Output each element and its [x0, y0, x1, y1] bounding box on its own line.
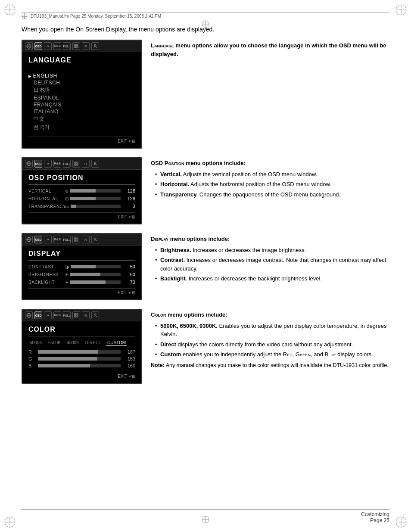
- r-label: R: [28, 349, 35, 355]
- b-slider-row: B 160: [28, 363, 135, 368]
- toolbar-r-icon: R: [82, 42, 90, 50]
- transparency-bar: [71, 205, 121, 208]
- color-exit: EXIT ↵⊞: [28, 372, 135, 379]
- tb2-sun: ☀: [44, 160, 52, 168]
- lang-item-francais: FRANÇAIS: [28, 101, 135, 108]
- brightness-bar: [70, 273, 121, 276]
- brightness-value: 60: [123, 272, 135, 277]
- brightness-icon: ✻: [65, 272, 68, 277]
- brightness-fill: [70, 273, 100, 276]
- color-note: Note: Any manual changes you make to the…: [151, 361, 389, 370]
- bullet-transparency: Transparency. Changes the opaqueness of …: [154, 190, 389, 199]
- display-title: DISPLAY: [28, 250, 135, 261]
- language-heading: Language menu options allow you to choos…: [151, 41, 389, 58]
- bullet-custom: Custom enables you to independently adju…: [154, 350, 389, 359]
- display-body: DISPLAY CONTRAST ◑ 50: [22, 246, 141, 299]
- tb3-r: R: [82, 236, 90, 243]
- tab-custom: CUSTOM: [106, 340, 127, 346]
- transparency-slider-row: TRANSPARENCY ▭ 3: [28, 204, 135, 209]
- lang-item-korean: 한국어: [28, 123, 135, 131]
- b-label: B: [28, 363, 35, 368]
- bullet-direct: Direct displays the colors directly from…: [154, 340, 389, 349]
- osd-position-exit: EXIT ↵⊞: [28, 212, 135, 219]
- display-heading: Display menu options include:: [151, 235, 389, 243]
- lang-item-espanol: ESPAÑOL: [28, 94, 135, 101]
- svg-rect-26: [75, 162, 76, 163]
- bottom-center-mark: [201, 515, 210, 525]
- svg-point-30: [94, 162, 96, 164]
- svg-rect-35: [77, 238, 78, 239]
- g-value: 183: [123, 356, 135, 361]
- backlight-label: BACKLIGHT: [28, 280, 65, 285]
- vertical-fill: [70, 189, 96, 193]
- g-fill: [38, 357, 97, 361]
- display-exit: EXIT ↵⊞: [28, 288, 135, 295]
- tb2-osd: OSD: [34, 160, 42, 168]
- toolbar-grid-icon: [72, 42, 80, 50]
- lang-item-japanese: 日本語: [28, 86, 135, 94]
- display-bullets: Brightness. Increases or decreases the i…: [151, 246, 389, 283]
- contrast-icon: ◑: [65, 264, 69, 269]
- bullet-horizontal: Horizontal. Adjusts the horizontal posit…: [154, 180, 389, 189]
- horizontal-label: HORIZONTAL: [28, 196, 65, 201]
- brightness-label: BRIGHTNESS: [28, 272, 65, 277]
- top-center-mark: [201, 20, 210, 30]
- contrast-value: 50: [123, 264, 135, 269]
- svg-rect-45: [77, 316, 78, 317]
- display-section: OSD ☀ R⊕B FULL R DISPLAY CONTRAST ◑: [22, 233, 389, 300]
- svg-rect-37: [77, 240, 78, 241]
- tb4-person: [91, 311, 99, 319]
- color-toolbar: OSD ☀ R⊕B FULL R: [22, 310, 141, 321]
- svg-point-22: [94, 44, 96, 46]
- color-tabs: 5000K 6500K 9300K DIRECT CUSTOM: [28, 340, 135, 346]
- file-header: DTU193_Manual.fm Page 25 Monday, Septemb…: [22, 12, 389, 19]
- color-body: COLOR 5000K 6500K 9300K DIRECT CUSTOM R: [22, 321, 141, 383]
- corner-mark-br: [395, 516, 408, 529]
- language-menu-title: LANGUAGE: [28, 56, 135, 67]
- display-osd-screen: OSD ☀ R⊕B FULL R DISPLAY CONTRAST ◑: [22, 233, 142, 300]
- svg-rect-19: [77, 44, 78, 46]
- svg-rect-29: [77, 164, 78, 165]
- language-osd-screen: OSD ☀ R⊕B FULL R LANGUAGE ENGLISH DEUTSC…: [22, 40, 142, 149]
- lang-item-chinese: 中文: [28, 115, 135, 123]
- transparency-label: TRANSPARENCY: [28, 204, 65, 209]
- b-value: 160: [123, 363, 135, 368]
- brightness-slider-row: BRIGHTNESS ✻ 60: [28, 272, 135, 277]
- color-description: Color menu options include: 5000K, 6500K…: [151, 309, 389, 369]
- lang-item-english: ENGLISH: [28, 72, 135, 79]
- corner-mark-bl: [3, 516, 16, 529]
- tb3-person: [91, 236, 99, 243]
- vertical-bar: [70, 189, 121, 193]
- tb4-osd: OSD: [34, 311, 42, 319]
- horizontal-slider-row: HORIZONTAL ⊟ 128: [28, 196, 135, 201]
- svg-point-46: [94, 314, 96, 315]
- language-osd-toolbar: OSD ☀ R⊕B FULL R: [22, 40, 141, 52]
- vertical-slider-row: VERTICAL ⊕ 128: [28, 188, 135, 193]
- display-description: Display menu options include: Brightness…: [151, 233, 389, 285]
- display-toolbar: OSD ☀ R⊕B FULL R: [22, 234, 141, 246]
- horizontal-fill: [70, 197, 96, 200]
- r-value: 187: [123, 349, 135, 355]
- tb3-globe: [25, 236, 33, 243]
- svg-rect-27: [77, 162, 78, 163]
- svg-rect-36: [75, 240, 76, 241]
- lang-item-italiano: ITALIANO: [28, 108, 135, 115]
- tb2-color: R⊕B: [53, 160, 61, 168]
- osd-position-osd-screen: OSD ☀ R⊕B FULL R OSD POSITION VERTICAL ⊕: [22, 157, 142, 224]
- horizontal-value: 128: [123, 196, 135, 201]
- footer-text: Customizing Page 25: [361, 511, 389, 523]
- corner-mark-tr: [395, 3, 408, 16]
- display-sliders: CONTRAST ◑ 50 BRIGHTNESS: [28, 264, 135, 285]
- toolbar-person-icon: [91, 42, 99, 50]
- tb2-r: R: [82, 160, 90, 168]
- bullet-backlight: Backlight. Increases or decreases the ba…: [154, 274, 389, 283]
- b-fill: [38, 364, 90, 367]
- language-section: OSD ☀ R⊕B FULL R LANGUAGE ENGLISH DEUTSC…: [22, 40, 389, 149]
- transparency-value: 3: [123, 204, 135, 209]
- corner-mark-tl: [3, 3, 16, 16]
- osd-sliders: VERTICAL ⊕ 128 HORIZONTAL: [28, 188, 135, 209]
- tb3-color: R⊕B: [53, 236, 61, 243]
- file-header-left: DTU193_Manual.fm Page 25 Monday, Septemb…: [22, 13, 161, 19]
- horizontal-bar: [70, 197, 121, 200]
- b-bar: [38, 364, 121, 367]
